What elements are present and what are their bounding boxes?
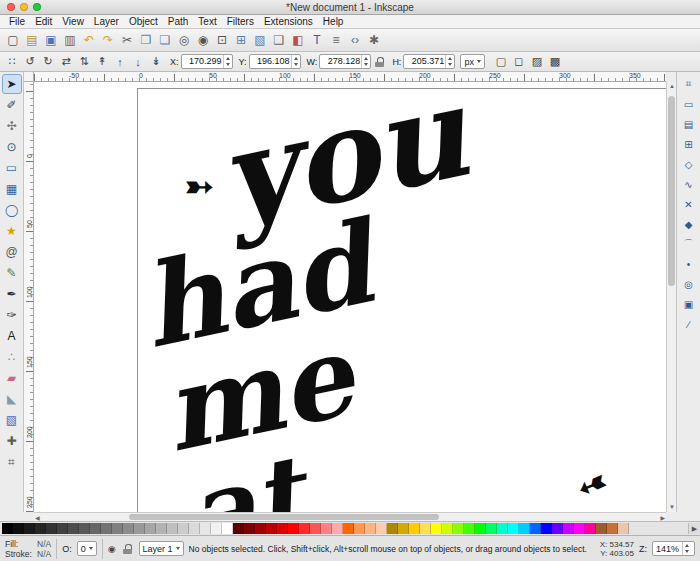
color-swatch[interactable] — [145, 523, 156, 534]
menu-help[interactable]: Help — [318, 16, 349, 27]
color-swatch[interactable] — [519, 523, 530, 534]
align-dialog-button[interactable]: ≡ — [327, 31, 345, 49]
spin-up-icon[interactable] — [226, 57, 230, 60]
paint-bucket-tool[interactable]: ◣ — [2, 389, 22, 409]
color-swatch[interactable] — [68, 523, 79, 534]
spin-up-icon[interactable] — [685, 544, 689, 547]
vertical-scrollbar[interactable]: ▲ ▼ — [666, 82, 676, 512]
color-swatch[interactable] — [409, 523, 420, 534]
eraser-tool[interactable]: ▰ — [2, 368, 22, 388]
rotate-ccw-button[interactable]: ↺ — [22, 54, 38, 70]
snap-bbox-corners-toggle[interactable]: ⊞ — [680, 135, 698, 153]
spin-down-icon[interactable] — [294, 63, 298, 66]
color-swatch[interactable] — [299, 523, 310, 534]
affect-corners-toggle[interactable]: ◻ — [511, 54, 527, 70]
snap-enable-toggle[interactable]: ⌗ — [680, 75, 698, 93]
field-input[interactable]: 205.371 — [403, 54, 455, 69]
select-tool[interactable]: ➤ — [2, 74, 22, 94]
color-swatch[interactable] — [376, 523, 387, 534]
unit-dropdown[interactable]: px — [460, 54, 485, 69]
zoom-selection-button[interactable]: ◎ — [175, 31, 193, 49]
spin-up-icon[interactable] — [364, 57, 368, 60]
pen-tool[interactable]: ✒ — [2, 284, 22, 304]
color-swatch[interactable] — [266, 523, 277, 534]
spiral-tool[interactable]: @ — [2, 242, 22, 262]
menu-layer[interactable]: Layer — [89, 16, 124, 27]
dropper-tool[interactable]: ✚ — [2, 431, 22, 451]
color-swatch[interactable] — [178, 523, 189, 534]
color-swatch[interactable] — [431, 523, 442, 534]
pencil-tool[interactable]: ✎ — [2, 263, 22, 283]
color-swatch[interactable] — [310, 523, 321, 534]
vertical-scrollbar-thumb[interactable] — [668, 96, 675, 286]
zoom-spinner[interactable] — [682, 542, 691, 555]
xml-editor-button[interactable]: ‹› — [346, 31, 364, 49]
calligraphy-tool[interactable]: ✑ — [2, 305, 22, 325]
paste-button[interactable]: ❏ — [156, 31, 174, 49]
zoom-input[interactable]: 141% — [652, 541, 695, 556]
box3d-tool[interactable]: ▦ — [2, 179, 22, 199]
color-swatch[interactable] — [244, 523, 255, 534]
color-swatch[interactable] — [508, 523, 519, 534]
ellipse-tool[interactable]: ◯ — [2, 200, 22, 220]
spin-down-icon[interactable] — [226, 63, 230, 66]
color-swatch[interactable] — [552, 523, 563, 534]
color-swatch[interactable] — [233, 523, 244, 534]
snap-bbox-toggle[interactable]: ▭ — [680, 95, 698, 113]
color-swatch[interactable] — [607, 523, 618, 534]
color-swatch[interactable] — [563, 523, 574, 534]
snap-nodes-toggle[interactable]: ◇ — [680, 155, 698, 173]
field-spinner[interactable] — [223, 55, 232, 68]
group-button[interactable]: ❑ — [270, 31, 288, 49]
vertical-ruler[interactable]: 050100150200250 — [24, 82, 34, 512]
gradient-tool[interactable]: ▧ — [2, 410, 22, 430]
lower-button[interactable]: ↓ — [130, 54, 146, 70]
field-spinner[interactable] — [361, 55, 370, 68]
affect-stroke-toggle[interactable]: ▢ — [493, 54, 509, 70]
snap-page-border-toggle[interactable]: ▣ — [680, 295, 698, 313]
copy-button[interactable]: ❐ — [137, 31, 155, 49]
field-input[interactable]: 196.108 — [249, 54, 301, 69]
color-swatch[interactable] — [475, 523, 486, 534]
color-swatch[interactable] — [277, 523, 288, 534]
color-swatch[interactable] — [13, 523, 24, 534]
horizontal-ruler[interactable]: -50050100150200250300350400450 — [34, 72, 666, 82]
color-swatch[interactable] — [57, 523, 68, 534]
color-swatch[interactable] — [156, 523, 167, 534]
color-swatch[interactable] — [167, 523, 178, 534]
color-swatch[interactable] — [24, 523, 35, 534]
layer-dropdown[interactable]: Layer 1 — [139, 541, 184, 556]
horizontal-scrollbar[interactable]: ◀ ▶ — [34, 512, 666, 521]
flip-vertical-button[interactable]: ⇅ — [76, 54, 92, 70]
color-swatch[interactable] — [420, 523, 431, 534]
menu-path[interactable]: Path — [163, 16, 194, 27]
color-swatch[interactable] — [35, 523, 46, 534]
fill-stroke-dialog-button[interactable]: ◧ — [289, 31, 307, 49]
save-button[interactable]: ▣ — [42, 31, 60, 49]
color-swatch[interactable] — [112, 523, 123, 534]
color-swatch[interactable] — [79, 523, 90, 534]
scroll-down-icon[interactable]: ▼ — [669, 503, 675, 512]
zoom-window-button[interactable] — [33, 3, 41, 11]
color-swatch[interactable] — [288, 523, 299, 534]
open-button[interactable]: ▤ — [23, 31, 41, 49]
horizontal-scrollbar-thumb[interactable] — [129, 514, 439, 520]
spin-down-icon[interactable] — [685, 550, 689, 553]
spin-up-icon[interactable] — [448, 57, 452, 60]
color-swatch[interactable] — [211, 523, 222, 534]
menu-edit[interactable]: Edit — [30, 16, 57, 27]
field-spinner[interactable] — [445, 55, 454, 68]
affect-gradient-toggle[interactable]: ▨ — [529, 54, 545, 70]
flip-horizontal-button[interactable]: ⇄ — [58, 54, 74, 70]
duplicate-button[interactable]: ⊞ — [232, 31, 250, 49]
affect-pattern-toggle[interactable]: ▩ — [547, 54, 563, 70]
spray-tool[interactable]: ∴ — [2, 347, 22, 367]
close-button[interactable] — [7, 3, 15, 11]
color-swatch[interactable] — [541, 523, 552, 534]
menu-object[interactable]: Object — [124, 16, 163, 27]
tweak-tool[interactable]: ✣ — [2, 116, 22, 136]
raise-to-top-button[interactable]: ↟ — [94, 54, 110, 70]
snap-object-centers-toggle[interactable]: ◎ — [680, 275, 698, 293]
connector-tool[interactable]: ⌗ — [2, 452, 22, 472]
spin-down-icon[interactable] — [364, 63, 368, 66]
